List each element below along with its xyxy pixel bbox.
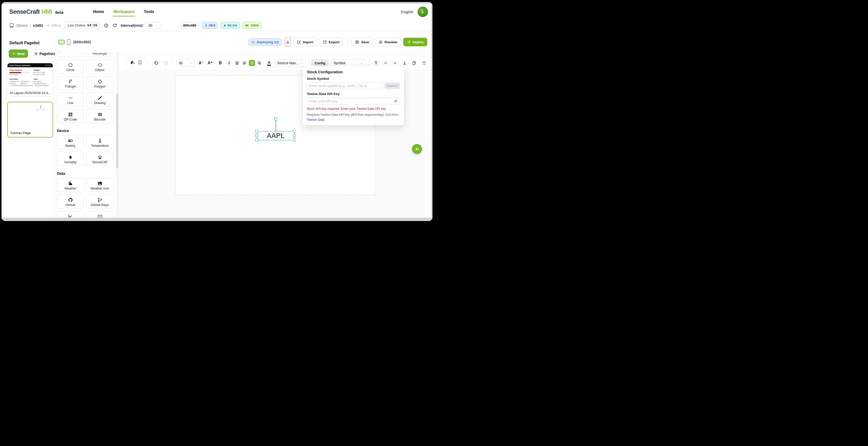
widget-tile-triangle[interactable]: Triangle bbox=[57, 76, 84, 90]
api-key-input[interactable] bbox=[307, 97, 400, 105]
bold-button[interactable]: B bbox=[219, 61, 222, 65]
save-button[interactable]: Save bbox=[351, 38, 373, 46]
qr-code-icon bbox=[68, 112, 73, 117]
widget-tile-temperature[interactable]: Temperature bbox=[86, 135, 114, 149]
symbol-select[interactable]: Symbol bbox=[331, 59, 366, 67]
align-center-icon bbox=[250, 61, 254, 65]
config-button[interactable]: Config bbox=[311, 59, 329, 67]
move-up-button[interactable] bbox=[383, 61, 388, 65]
bring-to-front-button[interactable] bbox=[374, 61, 378, 65]
widget-tile-polygon[interactable]: Polygon bbox=[86, 76, 114, 90]
barcode-icon bbox=[97, 112, 103, 117]
deploying-status-pill[interactable]: Deploying 1/2 bbox=[248, 38, 282, 46]
undo-button[interactable] bbox=[154, 61, 159, 65]
thumb-tasks-title: Task Status bbox=[9, 78, 18, 80]
portrait-orientation-icon[interactable] bbox=[67, 39, 70, 45]
last-online-chip[interactable]: Last Online: 14:16 bbox=[65, 22, 100, 29]
page-caption: Canvas Page bbox=[8, 128, 53, 137]
stock-symbol-input[interactable] bbox=[307, 82, 382, 89]
landscape-orientation-icon[interactable] bbox=[59, 40, 65, 44]
move-down-button[interactable] bbox=[393, 61, 397, 65]
send-to-back-button[interactable] bbox=[402, 61, 407, 65]
italic-button[interactable]: I bbox=[228, 61, 230, 65]
twelve-data-link[interactable]: Twelve Data bbox=[307, 118, 324, 121]
resize-handle-bottom-right[interactable] bbox=[293, 139, 296, 142]
widget-tile-ellipse[interactable]: Ellipse bbox=[86, 59, 114, 73]
widget-tile-cropped[interactable] bbox=[57, 53, 84, 57]
widget-tile-weather-icon[interactable]: Weather Icon bbox=[86, 178, 114, 192]
nav-tools[interactable]: Tools bbox=[144, 9, 154, 14]
stock-symbol-label: Stock Symbol bbox=[307, 77, 400, 81]
new-page-button[interactable]: New bbox=[9, 50, 28, 58]
widget-tile-github-repo[interactable]: GitHub Repo bbox=[86, 195, 114, 208]
font-larger-button[interactable]: A⁺ bbox=[208, 61, 213, 65]
deploying-label: Deploying 1/2 bbox=[257, 40, 279, 44]
ai-assistant-button[interactable]: AI bbox=[412, 144, 422, 154]
duplicate-button[interactable] bbox=[412, 61, 416, 65]
droplet-icon bbox=[223, 24, 227, 27]
page-thumbnail-ai-layout[interactable]: Project Phoenix Dashboard 10/14/2025 Pro… bbox=[7, 63, 53, 97]
font-size-select[interactable]: 30 bbox=[177, 59, 195, 66]
widget-tile-humidity[interactable]: Humidity bbox=[57, 152, 84, 166]
align-right-button[interactable] bbox=[256, 60, 262, 66]
redo-button[interactable] bbox=[163, 61, 168, 65]
widget-tile-github[interactable]: GitHub bbox=[57, 195, 84, 208]
symbol-value: Symbol bbox=[334, 61, 345, 65]
git-branch-icon bbox=[97, 197, 103, 203]
resize-handle-mid-left[interactable] bbox=[255, 134, 258, 137]
device-badges: 800x480 29.0 60.1% 100% bbox=[181, 22, 261, 29]
widget-grid: Rectangle Circle Ellipse Triangle bbox=[57, 53, 118, 221]
resize-handle-bottom-left[interactable] bbox=[255, 139, 258, 142]
resize-handle-top-left[interactable] bbox=[255, 130, 258, 132]
interval-input[interactable] bbox=[146, 22, 160, 29]
fill-color-button[interactable] bbox=[130, 60, 135, 66]
refresh-icon[interactable] bbox=[113, 23, 117, 28]
header-right: English L bbox=[401, 6, 428, 17]
device-id: e1001 bbox=[33, 24, 43, 28]
page-thumbnail-canvas-page[interactable]: Canvas Page bbox=[7, 102, 53, 138]
nav-workspace[interactable]: Workspace bbox=[113, 9, 134, 14]
clock-icon[interactable] bbox=[104, 23, 109, 28]
fill-stroke-group bbox=[126, 58, 146, 68]
preview-button[interactable]: Preview bbox=[375, 38, 401, 46]
breadcrumb[interactable]: Device bbox=[17, 24, 28, 28]
widget-tile-battery[interactable]: Battery bbox=[57, 135, 84, 149]
align-center-button[interactable] bbox=[249, 60, 255, 66]
offline-dot bbox=[47, 25, 49, 26]
resize-handle-mid-right[interactable] bbox=[293, 134, 296, 137]
widget-tile-drawing[interactable]: Drawing bbox=[86, 92, 114, 107]
underline-button[interactable]: U bbox=[236, 61, 239, 65]
pagelists-button[interactable]: Pagelists bbox=[30, 50, 59, 58]
font-smaller-button[interactable]: A⁻ bbox=[198, 61, 204, 65]
device-bar: Device / e1001 Offline Last Online: 14:1… bbox=[1, 20, 433, 31]
widget-tile-line[interactable]: Line bbox=[57, 92, 84, 107]
stroke-color-button[interactable] bbox=[138, 60, 143, 66]
eye-slash-icon bbox=[394, 99, 398, 103]
deploy-button[interactable]: Deploy bbox=[403, 38, 427, 46]
window-bottom-scrollbar[interactable] bbox=[1, 218, 433, 221]
delete-button[interactable] bbox=[422, 61, 426, 65]
nav-home[interactable]: Home bbox=[93, 9, 104, 14]
stock-symbol-element[interactable]: AAPL bbox=[257, 131, 294, 140]
widget-tile-circle[interactable]: Circle bbox=[57, 59, 84, 73]
toggle-visibility-button[interactable] bbox=[394, 99, 398, 104]
export-button[interactable]: Export bbox=[319, 38, 343, 46]
widget-tile-barcode[interactable]: Barcode bbox=[86, 109, 114, 123]
widget-tile-label: Line bbox=[67, 101, 73, 105]
panel-scrollbar-thumb[interactable] bbox=[116, 93, 118, 169]
widget-tile-sensecap[interactable]: SenseCAP bbox=[86, 152, 114, 166]
language-selector[interactable]: English bbox=[401, 10, 413, 14]
avatar[interactable]: L bbox=[417, 6, 428, 17]
widget-tile-rectangle[interactable]: Rectangle bbox=[86, 53, 114, 57]
text-color-button[interactable]: A bbox=[267, 60, 271, 66]
widget-tile-qrcode[interactable]: QR Code bbox=[57, 109, 84, 123]
import-button[interactable]: Import bbox=[293, 38, 317, 46]
font-family-select[interactable]: Source Han... bbox=[275, 59, 306, 66]
widget-tile-weather[interactable]: Weather bbox=[57, 178, 84, 192]
rotate-handle[interactable] bbox=[274, 118, 277, 120]
resize-handle-top-right[interactable] bbox=[293, 130, 296, 132]
debug-button[interactable] bbox=[285, 38, 291, 46]
copy-icon bbox=[412, 61, 416, 65]
search-button[interactable]: Search bbox=[384, 82, 400, 89]
align-left-button[interactable] bbox=[242, 60, 248, 66]
